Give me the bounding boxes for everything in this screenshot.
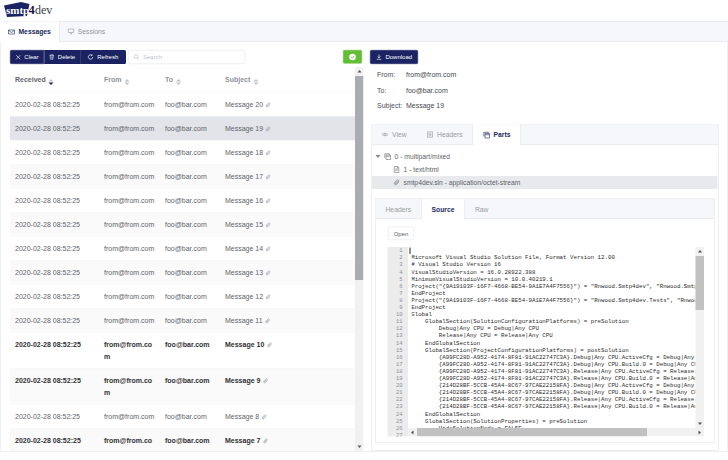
message-row[interactable]: 2020-02-28 08:52:25from@from.comfoo@bar.… (10, 213, 355, 237)
tab-label: Raw (475, 205, 489, 213)
cell-from: from@from.com (99, 93, 160, 117)
scroll-up-arrow[interactable] (355, 67, 364, 76)
message-row[interactable]: 2020-02-28 08:52:25from@from.comfoo@bar.… (10, 165, 355, 189)
logo-smtp: smtp (6, 4, 29, 16)
message-row[interactable]: 2020-02-28 08:52:25from@from.comfoo@bar.… (10, 333, 355, 369)
message-row[interactable]: 2020-02-28 08:52:25from@from.comfoo@bar.… (10, 285, 355, 309)
tab-sessions[interactable]: Sessions (59, 22, 113, 42)
tab-messages[interactable]: Messages (0, 22, 59, 43)
code-line: EndGlobalSection (411, 339, 480, 346)
message-row[interactable]: 2020-02-28 08:52:25from@from.comfoo@bar.… (10, 189, 355, 213)
refresh-button[interactable]: Refresh (80, 50, 126, 64)
sort-desc-caret[interactable] (253, 83, 258, 86)
tab-view[interactable]: View (372, 125, 417, 145)
tree-node[interactable]: smtp4dev.sln - application/octet-stream (372, 176, 718, 189)
editor-hscrollbar[interactable] (408, 428, 704, 437)
cell-from: from@from.com (99, 165, 160, 189)
sort-desc-caret[interactable] (176, 83, 181, 86)
code-line: # Visual Studio Version 16 (411, 261, 501, 268)
tab-headers[interactable]: Headers (376, 199, 422, 219)
column-header-subject[interactable]: Subject (220, 67, 355, 92)
message-row[interactable]: 2020-02-28 08:52:25from@from.comfoo@bar.… (10, 261, 355, 285)
source-code-editor[interactable]: 1234567891011121314151617181920212223242… (384, 247, 704, 437)
line-number: 9 (399, 304, 402, 311)
scroll-thumb[interactable] (355, 76, 364, 280)
tree-node-label: 1 - text/html (404, 166, 439, 174)
message-row[interactable]: 2020-02-28 08:52:25from@from.comfoo@bar.… (10, 429, 355, 452)
column-header-from[interactable]: From (99, 67, 160, 92)
delete-button[interactable]: Delete (44, 50, 80, 64)
files-icon (483, 131, 490, 138)
message-row[interactable]: 2020-02-28 08:52:25from@from.comfoo@bar.… (10, 369, 355, 405)
line-number: 13 (396, 332, 403, 339)
scroll-thumb[interactable] (696, 256, 705, 310)
code-line: {A99FC28D-A952-4174-8F81-91AC22747C3A}.D… (411, 354, 695, 361)
editor-vscrollbar[interactable] (696, 247, 705, 428)
search-input[interactable] (143, 54, 240, 61)
code-line: {A99FC28D-A952-4174-8F81-91AC22747C3A}.R… (411, 368, 695, 375)
scroll-thumb[interactable] (417, 428, 647, 437)
parts-tree: 0 - multipart/mixed1 - text/htmlsmtp4dev… (372, 150, 718, 189)
sort-asc-caret[interactable] (176, 79, 181, 82)
tab-headers[interactable]: Headers (417, 125, 473, 145)
cell-received: 2020-02-28 08:52:25 (10, 141, 99, 165)
subject-text: Message 12 (225, 293, 263, 301)
download-button[interactable]: Download (370, 50, 418, 64)
cell-received: 2020-02-28 08:52:25 (10, 429, 99, 452)
code-line: EndProject (411, 290, 446, 297)
line-number: 11 (396, 318, 403, 325)
sort-asc-caret[interactable] (49, 79, 54, 82)
code-line: EndProject (411, 304, 446, 311)
column-label: Received (15, 76, 46, 84)
detail-subject-row: Subject: Message 19 (377, 101, 402, 111)
open-label: Open (394, 230, 409, 237)
line-number: 10 (396, 311, 403, 318)
message-row[interactable]: 2020-02-28 08:52:25from@from.comfoo@bar.… (10, 117, 355, 141)
tab-parts[interactable]: Parts (473, 125, 521, 146)
code-line: GlobalSection(SolutionConfigurationPlatf… (411, 318, 628, 325)
attachment-indicator (262, 376, 268, 388)
scroll-left-arrow[interactable] (408, 428, 417, 437)
files-icon (384, 153, 391, 160)
column-header-to[interactable]: To (160, 67, 220, 92)
scroll-down-arrow[interactable] (355, 443, 364, 452)
line-number: 15 (396, 346, 403, 353)
message-row[interactable]: 2020-02-28 08:52:25from@from.comfoo@bar.… (10, 141, 355, 165)
attachment-indicator (262, 436, 268, 448)
paperclip-icon (262, 438, 268, 444)
open-button[interactable]: Open (388, 227, 414, 241)
tree-node[interactable]: 1 - text/html (372, 163, 718, 176)
document-icon (393, 166, 400, 173)
message-row[interactable]: 2020-02-28 08:52:25from@from.comfoo@bar.… (10, 237, 355, 261)
tab-raw[interactable]: Raw (465, 199, 499, 219)
tab-source[interactable]: Source (421, 199, 465, 220)
scroll-right-arrow[interactable] (696, 428, 705, 437)
sort-desc-caret[interactable] (125, 83, 130, 86)
tab-label: Parts (494, 131, 511, 139)
tree-expand-caret[interactable] (372, 155, 384, 158)
from-label: From: (377, 70, 395, 80)
cell-received: 2020-02-28 08:52:25 (10, 213, 99, 237)
cell-subject: Message 13 (220, 261, 355, 285)
subject-text: Message 13 (225, 269, 263, 277)
column-header-received[interactable]: Received (10, 67, 99, 92)
clear-button[interactable]: Clear (10, 50, 44, 64)
message-row[interactable]: 2020-02-28 08:52:25from@from.comfoo@bar.… (10, 309, 355, 333)
message-list-scrollbar[interactable] (355, 67, 364, 451)
editor-cursor (410, 248, 411, 255)
subject-text: Message 20 (225, 101, 263, 109)
server-status-button[interactable] (343, 50, 362, 64)
scroll-up-arrow[interactable] (696, 247, 705, 256)
scroll-down-arrow[interactable] (696, 420, 705, 429)
sort-desc-caret[interactable] (49, 83, 54, 86)
tab-label: View (392, 131, 407, 139)
message-row[interactable]: 2020-02-28 08:52:25from@from.comfoo@bar.… (10, 93, 355, 117)
paperclip-icon (265, 270, 271, 276)
tree-node[interactable]: 0 - multipart/mixed (372, 150, 718, 163)
sort-asc-caret[interactable] (253, 79, 258, 82)
sort-asc-caret[interactable] (125, 79, 130, 82)
cell-received: 2020-02-28 08:52:25 (10, 405, 99, 429)
paperclip-icon (265, 294, 271, 300)
message-row[interactable]: 2020-02-28 08:52:25from@from.comfoo@bar.… (10, 405, 355, 429)
to-label: To: (377, 85, 386, 95)
